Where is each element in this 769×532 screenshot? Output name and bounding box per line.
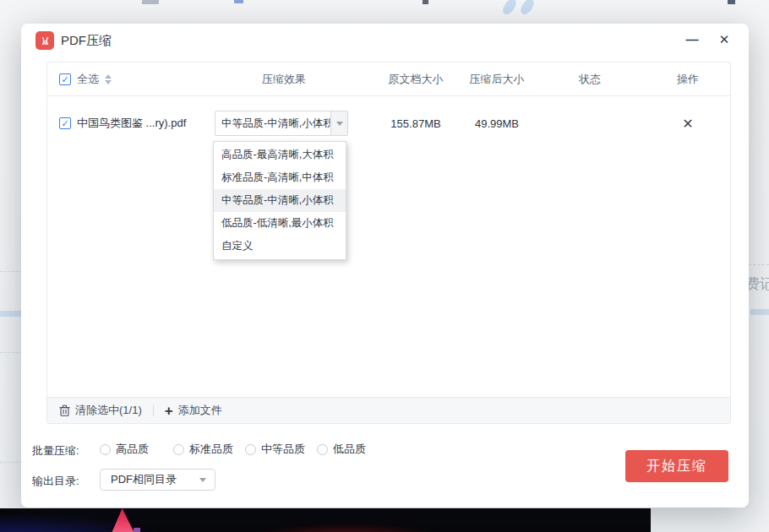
row-filename: 中国鸟类图鉴 ...ry).pdf [77, 116, 186, 131]
row-checkbox[interactable]: ✓ [59, 117, 71, 129]
close-icon[interactable]: ✕ [715, 30, 734, 49]
dropdown-option-standard[interactable]: 标准品质-高清晰,中体积 [214, 166, 346, 189]
background-quote-decoration [518, 0, 537, 16]
chevron-down-icon [199, 478, 206, 482]
pdf-compress-app-icon: )ᵨ( [35, 31, 54, 50]
select-arrow-button[interactable] [330, 111, 347, 135]
background-dashed-line [0, 352, 22, 353]
output-dir-label: 输出目录: [32, 474, 79, 489]
background-fragment [728, 0, 735, 4]
table-header-row: ✓ 全选 压缩效果 原文档大小 压缩后大小 状态 操作 [47, 62, 730, 96]
radio-medium-quality[interactable]: 中等品质 [245, 442, 305, 457]
background-fragment [142, 0, 159, 4]
batch-compress-label: 批量压缩: [32, 443, 79, 459]
column-header-operation: 操作 [677, 72, 699, 87]
wallpaper-blue-glow [0, 510, 186, 532]
dropdown-option-custom[interactable]: 自定义 [214, 235, 346, 258]
radio-high-quality[interactable]: 高品质 [100, 442, 149, 457]
start-compress-button[interactable]: 开始压缩 [625, 450, 728, 482]
dialog-title: PDF压缩 [61, 33, 112, 49]
minimize-icon[interactable]: — [683, 30, 701, 49]
table-row: ✓ 中国鸟类图鉴 ...ry).pdf 中等品质-中清晰,小体积 155.87M… [47, 96, 730, 150]
column-header-compressed-size: 压缩后大小 [470, 72, 525, 87]
plus-icon: + [165, 404, 173, 418]
select-all-group[interactable]: ✓ 全选 [59, 72, 112, 87]
trash-icon [59, 404, 70, 416]
radio-low-quality[interactable]: 低品质 [317, 442, 366, 457]
sort-icon[interactable] [105, 74, 112, 84]
clear-selected-label: 清除选中(1/1) [75, 403, 142, 418]
table-footer-bar: 清除选中(1/1) + 添加文件 [47, 397, 730, 423]
output-dir-select[interactable]: PDF相同目录 [100, 469, 215, 491]
chevron-down-icon [336, 122, 343, 126]
background-clipped-text: 费记 [745, 274, 769, 294]
background-blue-strip [750, 309, 769, 315]
screen: 费记 )ᵨ( PDF压缩 — ✕ ✓ 全选 压缩效果 原文档大小 [0, 0, 769, 532]
radio-standard-quality[interactable]: 标准品质 [173, 442, 233, 457]
select-all-label: 全选 [77, 72, 99, 87]
file-table: ✓ 全选 压缩效果 原文档大小 压缩后大小 状态 操作 ✓ 中国鸟类图鉴 ...… [46, 62, 731, 424]
dropdown-option-high[interactable]: 高品质-最高清晰,大体积 [214, 144, 346, 166]
effect-dropdown-popup: 高品质-最高清晰,大体积 标准品质-高清晰,中体积 中等品质-中清晰,小体积 低… [213, 141, 346, 260]
dropdown-option-low[interactable]: 低品质-低清晰,最小体积 [214, 212, 346, 235]
pdf-compress-dialog: )ᵨ( PDF压缩 — ✕ ✓ 全选 压缩效果 原文档大小 压缩后大小 状态 操… [21, 24, 749, 508]
add-file-label: 添加文件 [178, 403, 222, 418]
background-blue-strip [0, 311, 22, 317]
footer-divider [153, 404, 154, 416]
column-header-effect: 压缩效果 [262, 72, 306, 87]
compression-effect-value: 中等品质-中清晰,小体积 [215, 111, 330, 135]
radio-icon[interactable] [317, 444, 328, 455]
wallpaper-neon-dot [134, 528, 140, 532]
delete-row-icon[interactable]: ✕ [682, 116, 693, 132]
column-header-original-size: 原文档大小 [389, 72, 444, 87]
background-dashed-line [0, 271, 22, 272]
column-header-status: 状态 [579, 72, 601, 87]
background-dashed-line [749, 264, 769, 265]
original-size-value: 155.87MB [390, 117, 440, 130]
background-dashed-line [0, 462, 22, 463]
wallpaper-smudge [254, 524, 439, 532]
background-fragment [234, 0, 243, 3]
select-all-checkbox[interactable]: ✓ [59, 73, 71, 85]
output-dir-value: PDF相同目录 [101, 472, 199, 487]
background-fragment [423, 0, 428, 4]
compression-effect-select[interactable]: 中等品质-中清晰,小体积 [215, 111, 348, 136]
clear-selected-button[interactable]: 清除选中(1/1) [59, 403, 142, 418]
background-quote-decoration [500, 0, 519, 16]
add-file-button[interactable]: + 添加文件 [165, 403, 222, 418]
compressed-size-value: 49.99MB [475, 117, 519, 130]
radio-icon[interactable] [245, 444, 256, 455]
radio-icon[interactable] [100, 444, 111, 455]
radio-icon[interactable] [173, 444, 184, 455]
dropdown-option-medium[interactable]: 中等品质-中清晰,小体积 [214, 189, 346, 212]
desktop-wallpaper-strip [0, 508, 651, 532]
